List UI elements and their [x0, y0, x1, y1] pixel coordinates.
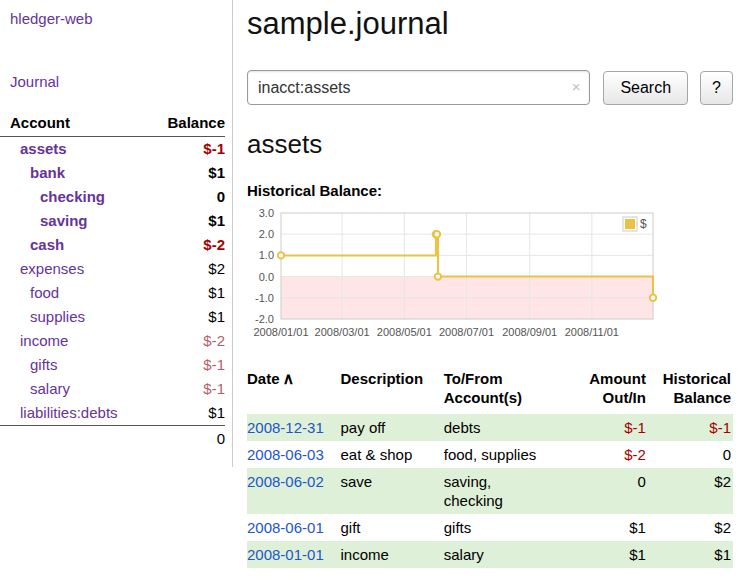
- x-tick-label: 2008/05/01: [377, 326, 432, 338]
- transaction-date-cell: 2008-06-03: [247, 441, 341, 468]
- register-header-row: Date∧ Description To/From Account(s) Amo…: [247, 367, 733, 414]
- transaction-description: gift: [341, 514, 444, 541]
- transaction-balance: 0: [648, 441, 733, 468]
- data-point-marker: [435, 273, 441, 279]
- register-header-balance: Historical Balance: [648, 367, 733, 414]
- account-row: gifts$-1: [0, 353, 225, 377]
- transaction-date-cell: 2008-12-31: [247, 414, 341, 441]
- account-row: salary$-1: [0, 377, 225, 401]
- accounts-header-balance: Balance: [151, 110, 225, 137]
- account-link-checking[interactable]: checking: [40, 188, 105, 205]
- x-tick-label: 2008/11/01: [565, 326, 619, 338]
- app-title-link[interactable]: hledger-web: [10, 10, 232, 27]
- account-row: food$1: [0, 281, 225, 305]
- account-row: bank$1: [0, 161, 225, 185]
- y-tick-label: -1.0: [255, 292, 274, 304]
- clear-search-icon[interactable]: ×: [572, 78, 581, 95]
- transaction-amount: $1: [573, 541, 648, 568]
- register-row: 2008-12-31pay offdebts$-1$-1: [247, 414, 733, 441]
- main-content: sample.journal × Search ? assets Histori…: [233, 0, 741, 568]
- transaction-description: pay off: [341, 414, 444, 441]
- transaction-balance: $2: [648, 468, 733, 514]
- sort-ascending-icon: ∧: [283, 370, 295, 387]
- y-tick-label: 1.0: [259, 249, 274, 261]
- transaction-accounts: debts: [444, 414, 573, 441]
- transaction-date-link[interactable]: 2008-06-01: [247, 519, 324, 536]
- account-link-liabilities-debts[interactable]: liabilities:debts: [20, 404, 118, 421]
- account-link-assets[interactable]: assets: [20, 140, 67, 157]
- account-balance: $1: [151, 161, 225, 185]
- historical-balance-chart: 3.02.01.00.0-1.0-2.02008/01/012008/03/01…: [247, 205, 733, 347]
- account-link-food[interactable]: food: [30, 284, 59, 301]
- help-button[interactable]: ?: [700, 71, 733, 105]
- account-row: supplies$1: [0, 305, 225, 329]
- transaction-accounts: food, supplies: [444, 441, 573, 468]
- register-header-date[interactable]: Date∧: [247, 367, 341, 414]
- account-link-income[interactable]: income: [20, 332, 68, 349]
- transaction-date-link[interactable]: 2008-06-02: [247, 473, 324, 490]
- x-tick-label: 2008/01/01: [253, 326, 308, 338]
- chart-label: Historical Balance:: [247, 182, 733, 199]
- register-header-description: Description: [341, 367, 444, 414]
- account-link-saving[interactable]: saving: [40, 212, 88, 229]
- account-link-salary[interactable]: salary: [30, 380, 70, 397]
- accounts-header-account: Account: [0, 110, 151, 137]
- legend-label: $: [640, 217, 647, 231]
- account-link-bank[interactable]: bank: [30, 164, 65, 181]
- register-header-accounts: To/From Account(s): [444, 367, 573, 414]
- y-tick-label: -2.0: [255, 313, 274, 325]
- x-tick-label: 2008/03/01: [315, 326, 370, 338]
- page-title: sample.journal: [247, 6, 733, 42]
- transaction-date-cell: 2008-01-01: [247, 541, 341, 568]
- account-balance: $1: [151, 305, 225, 329]
- transaction-accounts: gifts: [444, 514, 573, 541]
- register-row: 2008-01-01incomesalary$1$1: [247, 541, 733, 568]
- search-button[interactable]: Search: [603, 71, 688, 105]
- accounts-total-balance: 0: [0, 426, 225, 452]
- sidebar-item-journal[interactable]: Journal: [10, 73, 232, 90]
- accounts-header-row: Account Balance: [0, 110, 225, 137]
- transaction-amount: $1: [573, 514, 648, 541]
- account-balance: $1: [151, 401, 225, 426]
- register-table: Date∧ Description To/From Account(s) Amo…: [247, 367, 733, 568]
- transaction-date-link[interactable]: 2008-12-31: [247, 419, 324, 436]
- account-link-cash[interactable]: cash: [30, 236, 64, 253]
- y-tick-label: 2.0: [259, 228, 274, 240]
- account-balance: $-1: [151, 377, 225, 401]
- register-table-body: 2008-12-31pay offdebts$-1$-12008-06-03ea…: [247, 414, 733, 568]
- account-link-gifts[interactable]: gifts: [30, 356, 58, 373]
- account-balance: $2: [151, 257, 225, 281]
- sidebar: hledger-web Journal Account Balance asse…: [0, 0, 233, 467]
- y-tick-label: 3.0: [259, 207, 274, 219]
- account-heading: assets: [247, 129, 733, 160]
- register-row: 2008-06-02savesaving, checking0$2: [247, 468, 733, 514]
- data-point-marker: [278, 252, 284, 258]
- account-row: income$-2: [0, 329, 225, 353]
- account-row: cash$-2: [0, 233, 225, 257]
- date-header-label: Date: [247, 370, 280, 387]
- transaction-date-cell: 2008-06-02: [247, 468, 341, 514]
- transaction-amount: $-2: [573, 441, 648, 468]
- transaction-amount: $-1: [573, 414, 648, 441]
- transaction-date-link[interactable]: 2008-06-03: [247, 446, 324, 463]
- account-balance: $-2: [151, 329, 225, 353]
- accounts-table: Account Balance assets$-1bank$1checking0…: [0, 110, 225, 451]
- accounts-table-body: assets$-1bank$1checking0saving$1cash$-2e…: [0, 137, 225, 426]
- transaction-balance: $-1: [648, 414, 733, 441]
- transaction-balance: $2: [648, 514, 733, 541]
- transaction-accounts: saving, checking: [444, 468, 573, 514]
- transaction-accounts: salary: [444, 541, 573, 568]
- account-link-expenses[interactable]: expenses: [20, 260, 84, 277]
- account-row: expenses$2: [0, 257, 225, 281]
- register-row: 2008-06-01giftgifts$1$2: [247, 514, 733, 541]
- data-point-marker: [650, 295, 656, 301]
- search-row: × Search ?: [247, 70, 733, 105]
- x-tick-label: 2008/09/01: [502, 326, 557, 338]
- transaction-balance: $1: [648, 541, 733, 568]
- account-row: liabilities:debts$1: [0, 401, 225, 426]
- transaction-date-cell: 2008-06-01: [247, 514, 341, 541]
- account-link-supplies[interactable]: supplies: [30, 308, 85, 325]
- register-row: 2008-06-03eat & shopfood, supplies$-20: [247, 441, 733, 468]
- transaction-date-link[interactable]: 2008-01-01: [247, 546, 324, 563]
- search-input[interactable]: [247, 70, 590, 105]
